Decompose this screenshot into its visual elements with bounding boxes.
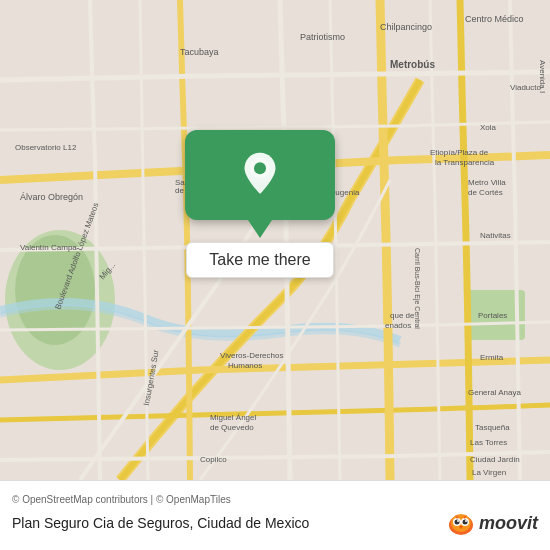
svg-text:enados: enados (385, 321, 411, 330)
map-container: Patriotismo Chilpancingo Centro Médico A… (0, 0, 550, 480)
svg-text:Observatorio L12: Observatorio L12 (15, 143, 77, 152)
svg-text:Centro Médico: Centro Médico (465, 14, 524, 24)
svg-text:Tacubaya: Tacubaya (180, 47, 219, 57)
moovit-icon (447, 509, 475, 537)
svg-text:Copilco: Copilco (200, 455, 227, 464)
svg-point-50 (457, 520, 459, 522)
svg-text:Álvaro Obregón: Álvaro Obregón (20, 192, 83, 202)
svg-text:La Virgen: La Virgen (472, 468, 506, 477)
svg-text:Xola: Xola (480, 123, 497, 132)
svg-text:Etiopía/Plaza de: Etiopía/Plaza de (430, 148, 489, 157)
svg-text:Viveros-Derechos: Viveros-Derechos (220, 351, 283, 360)
map-attribution: © OpenStreetMap contributors | © OpenMap… (12, 494, 538, 505)
svg-text:Tasqueña: Tasqueña (475, 423, 510, 432)
svg-text:de Cortés: de Cortés (468, 188, 503, 197)
location-pin-icon (236, 151, 284, 199)
svg-text:de Quevedo: de Quevedo (210, 423, 254, 432)
svg-text:Ermita: Ermita (480, 353, 504, 362)
svg-text:Viaducto: Viaducto (510, 83, 542, 92)
moovit-logo: moovit (447, 509, 538, 537)
svg-point-48 (454, 520, 459, 525)
moovit-text: moovit (479, 513, 538, 534)
bottom-bar: © OpenStreetMap contributors | © OpenMap… (0, 480, 550, 550)
svg-text:Metro Villa: Metro Villa (468, 178, 506, 187)
take-me-there-button[interactable]: Take me there (186, 242, 333, 278)
svg-text:Chilpancingo: Chilpancingo (380, 22, 432, 32)
svg-text:la Transparencia: la Transparencia (435, 158, 495, 167)
svg-text:Las Torres: Las Torres (470, 438, 507, 447)
svg-text:que de: que de (390, 311, 415, 320)
svg-text:Ciudad Jardín: Ciudad Jardín (470, 455, 520, 464)
svg-text:General Anaya: General Anaya (468, 388, 521, 397)
svg-text:Metrobús: Metrobús (390, 59, 435, 70)
svg-point-51 (465, 520, 467, 522)
svg-text:Portales: Portales (478, 311, 507, 320)
svg-text:Nativitas: Nativitas (480, 231, 511, 240)
svg-text:Miguel Ángel: Miguel Ángel (210, 413, 256, 422)
popup-bubble (185, 130, 335, 220)
location-name: Plan Seguro Cia de Seguros, Ciudad de Me… (12, 515, 309, 531)
map-popup: Take me there (155, 130, 365, 278)
svg-text:Humanos: Humanos (228, 361, 262, 370)
svg-point-43 (254, 162, 266, 174)
svg-text:Valentín Campa: Valentín Campa (20, 243, 77, 252)
popup-tail (248, 220, 272, 238)
location-row: Plan Seguro Cia de Seguros, Ciudad de Me… (12, 509, 538, 537)
svg-point-49 (462, 520, 467, 525)
svg-text:Patriotismo: Patriotismo (300, 32, 345, 42)
